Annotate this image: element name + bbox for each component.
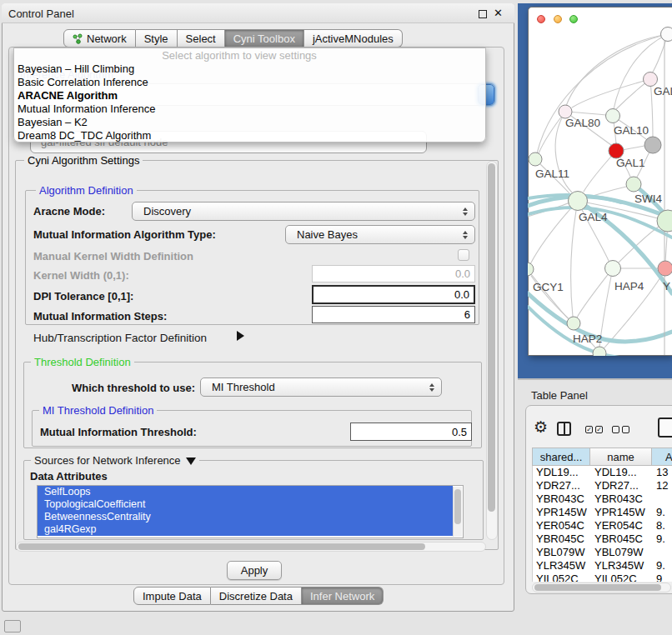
tab-cyni-toolbox[interactable]: Cyni Toolbox	[225, 29, 304, 48]
kernel-width-input[interactable]	[312, 265, 475, 282]
tab-label: Infer Network	[310, 590, 374, 602]
tab-label: Discretize Data	[219, 590, 293, 602]
data-attributes-list[interactable]: SelfLoopsTopologicalCoefficientBetweenne…	[37, 485, 464, 538]
table-row[interactable]: YBR045CYBR045C9.	[533, 532, 672, 546]
attribute-item-topologicalcoefficient[interactable]: TopologicalCoefficient	[38, 498, 453, 511]
network-node-gcy1[interactable]	[528, 262, 534, 276]
tab-impute-data[interactable]: Impute Data	[133, 587, 211, 605]
table-cell: 9.	[653, 532, 672, 546]
hub-expander-label[interactable]: Hub/Transcription Factor Definition	[33, 332, 207, 344]
cyni-algorithm-settings-title: Cyni Algorithm Settings	[24, 154, 143, 167]
mi-threshold-input[interactable]	[350, 422, 472, 441]
settings-vscrollbar-thumb[interactable]	[488, 163, 495, 512]
tab-label: Network	[87, 32, 127, 45]
algorithm-option-mutual-information-inference[interactable]: Mutual Information Inference	[14, 102, 485, 116]
table-row[interactable]: YER054CYER054C8.	[533, 519, 672, 532]
network-node-swi4[interactable]	[626, 177, 641, 192]
split-columns-icon[interactable]	[557, 422, 571, 436]
select-all-checkboxes-icon[interactable]: ✓✓	[585, 426, 605, 441]
tab-label: Select	[186, 32, 216, 45]
which-threshold-select[interactable]: MI Threshold	[200, 378, 442, 397]
algorithm-option-dream8-dc-tdc-algorithm[interactable]: Dream8 DC_TDC Algorithm	[14, 129, 485, 142]
table-panel-title: Table Panel	[531, 389, 588, 402]
network-node-y[interactable]	[658, 261, 672, 276]
mi-algorithm-type-label: Mutual Information Algorithm Type:	[33, 228, 216, 241]
network-node-gal4[interactable]	[569, 192, 588, 211]
algorithm-option-bayesian-hill-climbing[interactable]: Bayesian – Hill Climbing	[14, 62, 485, 76]
threshold-definition-title: Threshold Definition	[31, 356, 134, 368]
sources-group-title[interactable]: Sources for Network Inference	[31, 454, 199, 467]
attributes-scrollbar-thumb[interactable]	[454, 489, 461, 524]
tab-network[interactable]: Network	[63, 29, 136, 48]
expander-collapsed-icon[interactable]	[237, 331, 244, 341]
network-edge[interactable]	[650, 79, 653, 137]
deselect-all-checkboxes-icon[interactable]	[612, 426, 632, 441]
which-threshold-label: Which threshold to use:	[72, 382, 195, 394]
table-cell: YBR043C	[591, 492, 653, 506]
table-cell: YDL19...	[533, 466, 591, 479]
network-edge[interactable]	[572, 79, 650, 108]
network-icon	[73, 33, 83, 44]
combo-arrows-icon	[429, 383, 434, 392]
mi-threshold-label: Mutual Information Threshold:	[40, 426, 197, 438]
mi-steps-label: Mutual Information Steps:	[33, 310, 167, 322]
attribute-item-gal4rgexp[interactable]: gal4RGexp	[38, 523, 453, 536]
aracne-mode-select[interactable]: Discovery	[132, 202, 475, 221]
table-row[interactable]: YBL079WYBL079W	[533, 546, 672, 559]
column-header-name[interactable]: name	[590, 448, 652, 466]
tab-style[interactable]: Style	[136, 29, 178, 48]
column-header-a[interactable]: A	[652, 448, 672, 466]
network-canvas[interactable]: GALGAL80GAL10GAL1GAL11SWI4GAL4GCY1HAP4YH…	[528, 7, 672, 356]
table-cell	[653, 492, 672, 506]
node-label: GAL11	[535, 168, 569, 180]
tab-select[interactable]: Select	[178, 29, 225, 48]
network-node-gal[interactable]	[644, 72, 658, 87]
table-row[interactable]: YLR345WYLR345W9.	[533, 559, 672, 572]
tab-discretize-data[interactable]: Discretize Data	[211, 587, 302, 605]
table-row[interactable]: YPR145WYPR145W9.	[533, 506, 672, 519]
combo-arrows-icon	[463, 231, 468, 239]
apply-button[interactable]: Apply	[227, 561, 282, 580]
settings-hscrollbar-thumb[interactable]	[18, 543, 425, 550]
gear-icon[interactable]: ⚙	[534, 418, 548, 437]
table-row[interactable]: YDR27...YDR27...12	[533, 479, 672, 492]
node-label: GAL10	[614, 124, 649, 137]
attribute-item-selfloops[interactable]: SelfLoops	[38, 486, 453, 498]
network-node-hap4[interactable]	[605, 261, 621, 277]
table-cell: 12	[653, 479, 672, 492]
network-node-gal11[interactable]	[529, 152, 542, 166]
node-label: HAP4	[614, 280, 644, 292]
table-icon[interactable]	[658, 418, 672, 438]
float-panel-icon[interactable]	[479, 10, 487, 18]
network-edge[interactable]	[571, 201, 578, 317]
table-row[interactable]: YIL052CYIL052C9	[533, 572, 672, 582]
algorithm-option-aracne-algorithm[interactable]: ARACNE Algorithm	[14, 89, 485, 102]
table-row[interactable]: YBR043CYBR043C	[533, 492, 672, 506]
column-header-shared[interactable]: shared...	[532, 448, 590, 466]
table-cell: YIL052C	[533, 572, 591, 582]
dpi-tolerance-input[interactable]	[312, 285, 475, 304]
network-node[interactable]	[661, 28, 672, 42]
algorithm-option-basic-correlation-inference[interactable]: Basic Correlation Inference	[14, 76, 485, 89]
network-edge[interactable]	[539, 112, 565, 153]
network-node-gal10[interactable]	[606, 109, 620, 123]
network-edge[interactable]	[577, 268, 613, 318]
network-node[interactable]	[593, 347, 606, 356]
algorithm-option-bayesian-k2[interactable]: Bayesian – K2	[14, 116, 485, 129]
tab-jactivemnodules[interactable]: jActiveMNodules	[304, 29, 403, 48]
table-row[interactable]: YDL19...YDL19...13	[533, 466, 672, 479]
manual-kernel-width-checkbox[interactable]	[458, 249, 469, 261]
tab-infer-network[interactable]: Infer Network	[302, 587, 384, 605]
table-hscrollbar-thumb[interactable]	[534, 584, 661, 591]
mi-algorithm-type-select[interactable]: Naive Bayes	[285, 225, 475, 244]
mi-steps-input[interactable]	[312, 306, 475, 323]
network-node-hap2[interactable]	[567, 317, 580, 330]
table-cell: YDR27...	[591, 479, 653, 492]
table-cell: 8.	[653, 519, 672, 532]
close-panel-icon[interactable]: ✕	[494, 7, 503, 19]
attribute-item-betweennesscentrality[interactable]: BetweennessCentrality	[38, 511, 453, 523]
minimized-panel-grip[interactable]	[4, 620, 21, 632]
network-node[interactable]	[644, 137, 661, 153]
network-edge[interactable]	[614, 34, 668, 109]
node-label: Y	[663, 280, 670, 292]
